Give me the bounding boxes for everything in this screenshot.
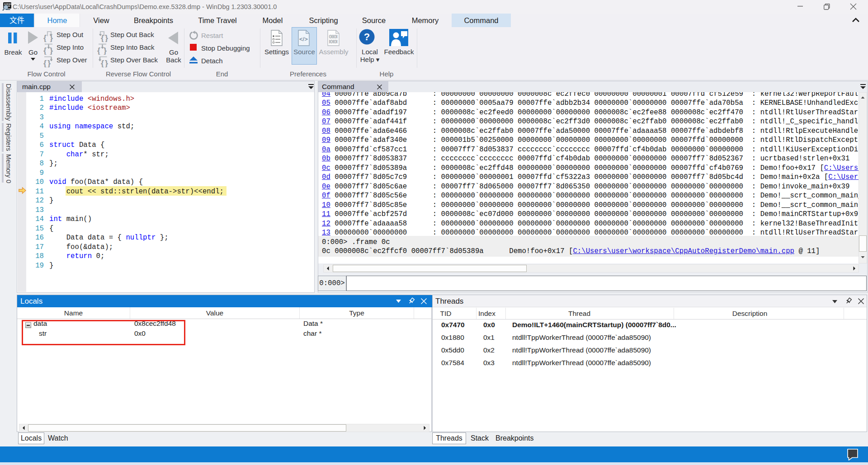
svg-text:{: { [43,33,47,42]
svg-text:{: { [97,46,100,55]
svg-text:?: ? [364,31,370,42]
svg-text:I0I0I: I0I0I [329,39,338,44]
svg-text:}: } [47,59,51,67]
svg-text:}: } [105,59,108,67]
svg-text:{: { [43,59,47,67]
svg-text:{: { [101,59,104,67]
svg-text:}: } [104,46,107,55]
svg-text:}: } [50,46,53,55]
svg-text:</>: </> [299,36,308,42]
svg-text:{: { [43,46,47,55]
svg-text:}: } [105,33,108,42]
